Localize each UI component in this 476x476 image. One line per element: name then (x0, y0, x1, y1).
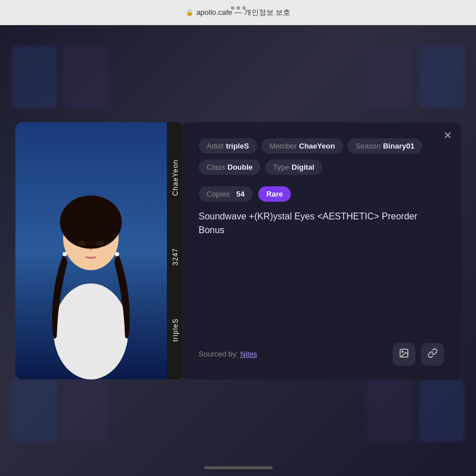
lock-icon: 🔒 (186, 9, 194, 16)
copies-value: 54 (237, 190, 245, 198)
browser-bar: 🔒 apollo.cafe — 개인정보 보호 (0, 0, 476, 25)
copies-label: Copies (207, 190, 230, 198)
copies-row: Copies 54 Rare (199, 186, 444, 202)
tag-season-value: Binary01 (383, 142, 414, 150)
svg-point-6 (115, 251, 119, 255)
photo-card: ChaeYeon 3247 tripleS (15, 122, 184, 379)
info-panel: ✕ Artist tripleS Member ChaeYeon Season … (182, 122, 461, 379)
card-number-vertical: 3247 (171, 248, 179, 266)
svg-point-0 (53, 283, 128, 379)
member-name-vertical: ChaeYeon (171, 159, 179, 196)
image-icon (399, 348, 409, 361)
photo-card-image: ChaeYeon 3247 tripleS (15, 122, 184, 379)
tag-class-value: Double (227, 163, 253, 171)
source-row: Sourced by: Nites (199, 343, 444, 366)
svg-point-8 (402, 351, 403, 352)
tag-member[interactable]: Member ChaeYeon (262, 138, 343, 154)
artist-name-vertical: tripleS (171, 318, 179, 342)
close-button[interactable]: ✕ (443, 130, 452, 141)
action-icons (393, 343, 444, 366)
svg-point-3 (77, 241, 86, 246)
tag-type[interactable]: Type Digital (265, 159, 322, 175)
svg-point-2 (59, 195, 121, 249)
tag-class-label: Class (207, 163, 226, 171)
card-description: Soundwave +(KR)ystal Eyes <AESTHETIC> Pr… (199, 210, 444, 331)
tags-row-1: Artist tripleS Member ChaeYeon Season Bi… (199, 138, 444, 154)
home-indicator (204, 466, 273, 469)
svg-point-5 (62, 251, 66, 255)
browser-dots (231, 6, 246, 10)
source-credit: Sourced by: Nites (199, 350, 258, 358)
tag-member-value: ChaeYeon (299, 142, 335, 150)
link-action-button[interactable] (421, 343, 444, 366)
modal-card: ChaeYeon 3247 tripleS ✕ Artist tripleS M… (15, 122, 461, 379)
tag-type-value: Digital (291, 163, 314, 171)
tag-class[interactable]: Class Double (199, 159, 261, 175)
tag-artist-label: Artist (207, 142, 224, 150)
tag-artist[interactable]: Artist tripleS (199, 138, 257, 154)
content-area: ChaeYeon 3247 tripleS ✕ Artist tripleS M… (0, 25, 476, 476)
tag-artist-value: tripleS (226, 142, 249, 150)
tag-member-label: Member (270, 142, 297, 150)
link-icon (427, 348, 438, 361)
tag-season-label: Season (355, 142, 381, 150)
tags-row-2: Class Double Type Digital (199, 159, 444, 175)
source-name[interactable]: Nites (241, 350, 258, 358)
source-prefix: Sourced by: (199, 350, 238, 358)
rare-badge: Rare (258, 186, 291, 202)
image-action-button[interactable] (393, 343, 415, 366)
copies-badge: Copies 54 (199, 186, 253, 202)
tag-type-label: Type (273, 163, 289, 171)
svg-point-4 (95, 241, 104, 246)
tag-season[interactable]: Season Binary01 (347, 138, 422, 154)
